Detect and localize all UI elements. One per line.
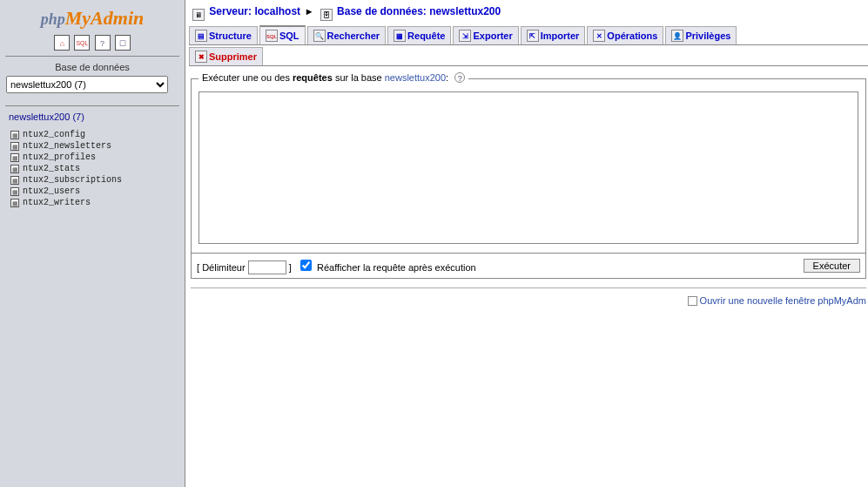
home-icon[interactable]: ⌂: [54, 35, 70, 51]
sql-tab-icon: SQL: [266, 30, 278, 42]
table-icon: ▦: [10, 131, 19, 139]
db-label: Base de données:: [337, 5, 427, 17]
execute-button[interactable]: Exécuter: [804, 259, 860, 273]
import-icon: ⇱: [527, 30, 539, 42]
tab-export[interactable]: ⇲Exporter: [453, 26, 518, 44]
search-icon: 🔍: [313, 30, 326, 42]
query-window-icon[interactable]: ☐: [115, 35, 131, 51]
tabs-row-2: ✖Supprimer: [189, 47, 868, 66]
tab-drop[interactable]: ✖Supprimer: [189, 47, 263, 65]
new-window-icon: [688, 296, 697, 306]
server-label: Serveur:: [209, 5, 252, 17]
table-icon: ▦: [10, 199, 19, 207]
sidebar-db-title[interactable]: newslettux200 (7): [9, 112, 179, 122]
main: 🖥 Serveur: localhost ▸ 🗄 Base de données…: [185, 0, 868, 487]
privileges-icon: 👤: [671, 30, 683, 42]
drop-icon: ✖: [195, 51, 207, 63]
help-icon[interactable]: ?: [454, 72, 465, 83]
query-icon: ▦: [394, 30, 406, 42]
tab-query[interactable]: ▦Requête: [387, 26, 451, 44]
db-link[interactable]: newslettux200: [429, 5, 501, 17]
crumb-separator: ▸: [306, 5, 312, 17]
server-icon: 🖥: [192, 9, 205, 21]
delimiter-label: Délimiteur: [202, 262, 246, 273]
server-link[interactable]: localhost: [254, 5, 300, 17]
table-icon: ▦: [10, 187, 19, 196]
sql-icon[interactable]: SQL: [74, 35, 90, 51]
tab-structure[interactable]: ▤Structure: [189, 26, 258, 44]
table-icon: ▦: [10, 176, 19, 185]
breadcrumb: 🖥 Serveur: localhost ▸ 🗄 Base de données…: [189, 3, 868, 26]
table-item[interactable]: ▦ntux2_users: [10, 186, 179, 197]
fieldset-legend: Exécuter une ou des requêtes sur la base…: [198, 72, 468, 83]
table-icon: ▦: [10, 142, 19, 151]
redisplay-label: Réafficher la requête après exécution: [317, 262, 476, 273]
table-list: ▦ntux2_config ▦ntux2_newsletters ▦ntux2_…: [10, 129, 179, 208]
table-item[interactable]: ▦ntux2_writers: [10, 197, 179, 208]
table-icon: ▦: [10, 165, 19, 173]
sidebar-toolbar: ⌂ SQL ? ☐: [5, 35, 179, 51]
tabs-row-1: ▤Structure SQLSQL 🔍Rechercher ▦Requête ⇲…: [189, 26, 868, 45]
sidebar: phpMyAdmin ⌂ SQL ? ☐ Base de données new…: [0, 0, 185, 487]
sql-textarea[interactable]: [198, 91, 858, 244]
database-icon: 🗄: [320, 9, 333, 21]
tab-operations[interactable]: ✕Opérations: [587, 26, 663, 44]
sql-fieldset: Exécuter une ou des requêtes sur la base…: [191, 78, 866, 254]
legend-db-link[interactable]: newslettux200: [385, 72, 446, 83]
database-select[interactable]: newslettux200 (7): [6, 76, 168, 93]
redisplay-checkbox[interactable]: [300, 260, 312, 271]
operations-icon: ✕: [593, 30, 605, 42]
delimiter-input[interactable]: [248, 260, 286, 274]
structure-icon: ▤: [195, 30, 207, 42]
table-item[interactable]: ▦ntux2_subscriptions: [10, 174, 179, 186]
tab-import[interactable]: ⇱Importer: [521, 26, 586, 44]
table-item[interactable]: ▦ntux2_stats: [10, 163, 179, 174]
table-icon: ▦: [10, 153, 19, 162]
bottom-bar: [ Délimiteur ] Réafficher la requête apr…: [191, 254, 866, 279]
new-window-link[interactable]: Ouvrir une nouvelle fenêtre phpMyAdm: [700, 295, 866, 306]
docs-icon[interactable]: ?: [95, 35, 111, 51]
sidebar-db-label: Base de données: [5, 62, 179, 72]
bottom-left: [ Délimiteur ] Réafficher la requête apr…: [197, 257, 476, 274]
tab-sql[interactable]: SQLSQL: [259, 25, 306, 44]
tab-search[interactable]: 🔍Rechercher: [307, 26, 387, 44]
footer: Ouvrir une nouvelle fenêtre phpMyAdm: [189, 295, 866, 306]
export-icon: ⇲: [459, 30, 471, 42]
table-item[interactable]: ▦ntux2_profiles: [10, 152, 179, 163]
table-item[interactable]: ▦ntux2_newsletters: [10, 140, 179, 152]
table-item[interactable]: ▦ntux2_config: [10, 129, 179, 140]
tab-privileges[interactable]: 👤Privilèges: [665, 26, 737, 44]
logo[interactable]: phpMyAdmin: [5, 7, 179, 30]
